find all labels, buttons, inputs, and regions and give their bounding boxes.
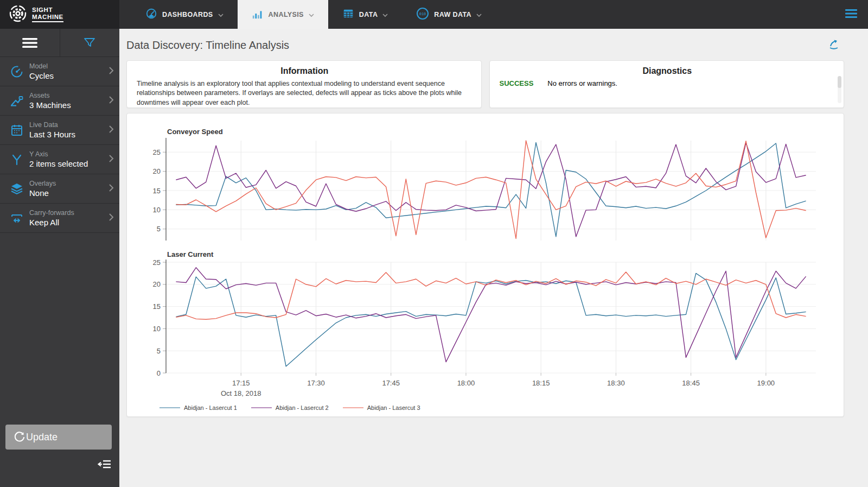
carry-forward-icon <box>8 211 26 225</box>
update-button[interactable]: Update <box>5 425 112 450</box>
sidebar-item-label: Carry-forwards <box>29 209 108 217</box>
machine-arm-icon <box>8 94 26 108</box>
collapse-sidebar-icon[interactable] <box>98 459 112 472</box>
legend-line-swatch <box>251 407 272 408</box>
top-navbar: SIGHT MACHINE DASHBOARDS <box>0 0 868 29</box>
chevron-down-icon <box>309 10 314 20</box>
svg-text:5: 5 <box>157 347 161 355</box>
chevron-right-icon <box>108 96 114 106</box>
sidebar-item-label: Overlays <box>29 180 108 187</box>
chevron-right-icon <box>108 213 114 224</box>
sidebar-item-live-data[interactable]: Live Data Last 3 Hours <box>0 116 119 145</box>
sidebar-item-value: Keep All <box>29 218 108 227</box>
sidebar-hamburger-icon[interactable] <box>0 29 60 56</box>
svg-text:25: 25 <box>153 148 161 156</box>
legend-line-swatch <box>159 407 180 408</box>
page-title: Data Discovery: Timeline Analysis <box>126 39 289 52</box>
chart-legend: Abidjan - Lasercut 1Abidjan - Lasercut 2… <box>159 404 839 411</box>
gauge-icon <box>145 8 157 22</box>
svg-text:18:15: 18:15 <box>532 379 550 387</box>
sidebar-item-value: None <box>29 188 108 198</box>
diagnostics-panel: Diagnostics SUCCESS No errors or warning… <box>489 60 845 108</box>
conveyor-speed-chart[interactable]: 510152025 <box>131 136 837 245</box>
svg-text:15: 15 <box>153 302 161 311</box>
svg-text:17:15: 17:15 <box>232 379 250 387</box>
legend-label: Abidjan - Lasercut 3 <box>367 404 420 411</box>
nav-menu-icon[interactable] <box>844 8 858 22</box>
svg-text:18:30: 18:30 <box>607 379 625 387</box>
sidebar-item-label: Y Axis <box>29 150 108 158</box>
information-panel: Information Timeline analysis is an expl… <box>126 60 482 108</box>
layers-icon <box>8 182 26 196</box>
svg-text:20: 20 <box>153 280 161 288</box>
chevron-down-icon <box>218 10 224 20</box>
information-body: Timeline analysis is an exploratory tool… <box>137 79 473 107</box>
export-icon[interactable] <box>827 37 841 53</box>
chart-title: Laser Current <box>167 250 839 258</box>
laser-current-block: Laser Current 051015202517:1517:3017:451… <box>131 250 839 401</box>
svg-text:18:00: 18:00 <box>457 379 475 387</box>
sidebar-item-label: Assets <box>29 92 108 99</box>
diagnostics-scrollbar[interactable] <box>838 76 841 103</box>
sidebar-item-value: 3 Machines <box>29 100 108 110</box>
legend-item[interactable]: Abidjan - Lasercut 1 <box>159 404 237 411</box>
refresh-icon <box>13 431 26 446</box>
chevron-right-icon <box>108 66 114 77</box>
svg-text:18:45: 18:45 <box>682 379 700 387</box>
nav-items: DASHBOARDS ANALYSIS <box>131 0 496 29</box>
filter-icon[interactable] <box>60 29 120 56</box>
chevron-right-icon <box>108 154 114 165</box>
legend-line-swatch <box>343 407 363 408</box>
nav-item-dashboards[interactable]: DASHBOARDS <box>131 0 238 29</box>
sidebar-item-label: Model <box>29 62 108 70</box>
legend-item[interactable]: Abidjan - Lasercut 3 <box>343 404 420 411</box>
conveyor-speed-block: Conveyor Speed 510152025 <box>131 128 839 247</box>
svg-text:25: 25 <box>153 259 161 267</box>
svg-text:20: 20 <box>153 167 161 175</box>
svg-text:17:45: 17:45 <box>382 379 400 387</box>
svg-text:10: 10 <box>153 206 161 214</box>
diagnostics-title: Diagnostics <box>500 66 835 76</box>
chevron-down-icon <box>382 10 388 20</box>
sight-machine-logo[interactable]: SIGHT MACHINE <box>0 0 119 29</box>
logo-text: SIGHT MACHINE <box>32 7 63 22</box>
chevron-right-icon <box>108 184 114 194</box>
sidebar-item-y-axis[interactable]: Y Axis 2 items selected <box>0 145 119 174</box>
svg-text:10: 10 <box>153 325 161 333</box>
sidebar-item-overlays[interactable]: Overlays None <box>0 174 119 204</box>
svg-text:19:00: 19:00 <box>757 379 775 387</box>
nav-item-raw-data[interactable]: 010 RAW DATA <box>402 0 496 29</box>
sidebar: Model Cycles Assets 3 Machines <box>0 29 119 487</box>
svg-text:Oct 18, 2018: Oct 18, 2018 <box>221 389 261 397</box>
sidebar-item-model[interactable]: Model Cycles <box>0 57 119 86</box>
svg-text:15: 15 <box>153 187 161 195</box>
sidebar-item-assets[interactable]: Assets 3 Machines <box>0 86 119 116</box>
chart-title: Conveyor Speed <box>167 128 839 136</box>
laser-current-chart[interactable]: 051015202517:1517:3017:4518:0018:1518:30… <box>131 259 837 399</box>
calendar-icon <box>8 123 26 137</box>
legend-label: Abidjan - Lasercut 1 <box>184 404 237 411</box>
sidebar-item-label: Live Data <box>29 121 108 129</box>
chevron-down-icon <box>476 10 482 20</box>
sidebar-item-carry-forwards[interactable]: Carry-forwards Keep All <box>0 204 119 233</box>
svg-text:17:30: 17:30 <box>307 379 325 387</box>
main-content: Data Discovery: Timeline Analysis Inform… <box>119 29 868 487</box>
model-gauge-icon <box>8 65 26 79</box>
chevron-right-icon <box>108 125 114 136</box>
legend-item[interactable]: Abidjan - Lasercut 2 <box>251 404 329 411</box>
information-title: Information <box>137 66 473 76</box>
y-axis-icon <box>8 153 26 167</box>
nav-item-data[interactable]: DATA <box>328 0 402 29</box>
svg-text:5: 5 <box>157 225 161 233</box>
sidebar-item-value: Cycles <box>29 71 108 80</box>
svg-text:010: 010 <box>419 11 426 16</box>
gear-logo-icon <box>9 4 27 25</box>
diagnostics-message: No errors or warnings. <box>547 79 617 87</box>
raw-data-icon: 010 <box>416 7 429 22</box>
table-icon <box>342 8 354 22</box>
timeline-chart-card: Conveyor Speed 510152025 Laser Current 0… <box>126 113 844 417</box>
sidebar-item-value: Last 3 Hours <box>29 130 108 139</box>
svg-text:0: 0 <box>157 369 161 377</box>
nav-item-analysis[interactable]: ANALYSIS <box>238 0 328 29</box>
sidebar-item-value: 2 items selected <box>29 159 108 168</box>
